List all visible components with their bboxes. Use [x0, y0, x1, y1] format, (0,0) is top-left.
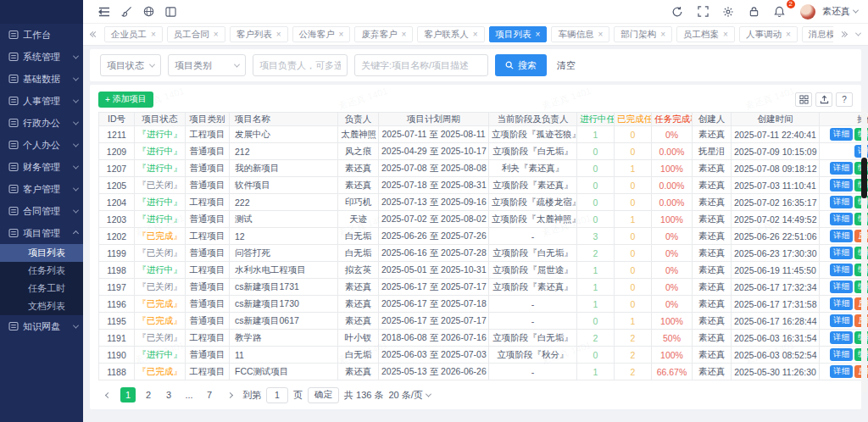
tab-废弃客户[interactable]: 废弃客户×: [354, 26, 413, 42]
tab-close-icon[interactable]: ×: [786, 30, 791, 39]
detail-button[interactable]: 详细: [830, 179, 853, 191]
tab-close-icon[interactable]: ×: [151, 30, 156, 39]
chevron-down-icon: [149, 61, 155, 67]
next-page-button[interactable]: [222, 387, 237, 403]
tabs-menu-icon[interactable]: [854, 32, 863, 36]
tab-员工档案[interactable]: 员工档案×: [676, 26, 735, 42]
table-row: 1197『已关闭』普通项目cs新建项目1731素还真2025-06-17 至 2…: [99, 279, 868, 296]
detail-button[interactable]: 详细: [830, 213, 853, 225]
tab-企业员工[interactable]: 企业员工×: [104, 26, 163, 42]
globe-icon[interactable]: [137, 3, 159, 20]
page-size-select[interactable]: 20 条/页: [388, 389, 430, 402]
tab-部门架构[interactable]: 部门架构×: [614, 26, 672, 42]
lock-icon[interactable]: [743, 3, 765, 20]
cell-ongoing-tasks: 2: [577, 330, 615, 347]
sidebar-item-project[interactable]: 项目管理: [0, 222, 83, 244]
chevron-down-icon: [853, 8, 859, 14]
status-badge: 『进行中』: [137, 197, 182, 207]
refresh-icon[interactable]: [666, 3, 688, 20]
detail-button[interactable]: 详细: [830, 314, 853, 326]
detail-button[interactable]: 详细: [830, 331, 853, 343]
tab-close-icon[interactable]: ×: [339, 30, 344, 39]
detail-button[interactable]: 详细: [830, 280, 853, 292]
tabs-scroll-right-icon[interactable]: [837, 32, 849, 36]
status-badge: 『已完成』: [137, 230, 182, 241]
tab-close-icon[interactable]: ×: [214, 30, 219, 39]
sidebar-item-contract[interactable]: 合同管理: [0, 200, 83, 222]
sidebar-item-admin[interactable]: 行政办公: [0, 112, 83, 134]
sidebar-item-basedata[interactable]: 基础数据: [0, 68, 83, 90]
detail-button[interactable]: 详细: [830, 196, 853, 208]
sidebar-item-hr[interactable]: 人事管理: [0, 90, 83, 112]
notifications-bell-icon[interactable]: 2: [768, 3, 790, 20]
detail-button[interactable]: 详细: [830, 128, 853, 140]
search-button[interactable]: 搜索: [495, 54, 547, 76]
detail-button[interactable]: 详细: [830, 297, 853, 309]
scrollbar-track[interactable]: [861, 108, 867, 393]
page-button[interactable]: 7: [202, 387, 217, 403]
keyword-input[interactable]: [354, 54, 488, 76]
sidebar-item-finance[interactable]: 财务管理: [0, 156, 83, 178]
help-button[interactable]: ?: [836, 92, 853, 107]
tab-close-icon[interactable]: ×: [536, 30, 541, 39]
clear-button[interactable]: 清空: [557, 59, 576, 72]
sidebar-item-system[interactable]: 系统管理: [0, 46, 83, 68]
collapse-menu-icon[interactable]: [93, 3, 115, 20]
page-button[interactable]: 3: [161, 387, 176, 403]
tabs-scroll-left-icon[interactable]: [88, 32, 100, 36]
detail-button[interactable]: 详细: [830, 162, 853, 174]
brush-icon[interactable]: [115, 3, 137, 20]
cell-creator: 抚星泪: [693, 143, 732, 160]
column-settings-button[interactable]: [795, 92, 812, 107]
detail-button[interactable]: 详细: [830, 365, 853, 377]
layout-icon[interactable]: [159, 3, 181, 20]
column-header: 当前阶段及负责人: [489, 113, 577, 126]
tab-close-icon[interactable]: ×: [473, 30, 478, 39]
project-owner-input[interactable]: [253, 54, 348, 76]
goto-page-input[interactable]: [266, 387, 288, 403]
tab-close-icon[interactable]: ×: [660, 30, 665, 39]
tab-close-icon[interactable]: ×: [401, 30, 406, 39]
user-avatar[interactable]: [800, 4, 815, 19]
goto-confirm-button[interactable]: 确定: [308, 387, 339, 403]
tab-close-icon[interactable]: ×: [598, 30, 603, 39]
detail-button[interactable]: 详细: [830, 230, 853, 242]
sidebar-item-customer[interactable]: 客户管理: [0, 178, 83, 200]
tab-消息模板[interactable]: 消息模板×: [802, 26, 833, 42]
cell-created-time: 2025-06-19 11:45:50: [732, 262, 820, 279]
basedata-icon: [8, 74, 19, 84]
detail-button[interactable]: 详细: [830, 264, 853, 275]
tab-车辆信息[interactable]: 车辆信息×: [551, 26, 609, 42]
project-status-select[interactable]: 项目状态: [100, 54, 161, 76]
tab-close-icon[interactable]: ×: [723, 30, 728, 39]
sidebar-item-workbench[interactable]: 工作台: [0, 24, 83, 46]
page-button[interactable]: 1: [120, 387, 136, 403]
tab-客户列表[interactable]: 客户列表×: [230, 26, 288, 42]
sidebar-item-personal[interactable]: 个人办公: [0, 134, 83, 156]
tab-close-icon[interactable]: ×: [276, 30, 281, 39]
fullscreen-icon[interactable]: [692, 3, 714, 20]
cell-creator: 素还真: [693, 296, 732, 313]
sidebar-item-knowledge[interactable]: 知识网盘: [0, 315, 83, 337]
detail-button[interactable]: 详细: [830, 247, 853, 258]
cell-stage: 立项阶段『疏楼龙宿』: [489, 194, 577, 211]
settings-gear-icon[interactable]: [717, 3, 739, 20]
detail-button[interactable]: 详细: [830, 348, 853, 360]
sidebar-subitem-project-list[interactable]: 项目列表: [0, 244, 83, 262]
user-menu[interactable]: 素还真: [822, 5, 858, 18]
tab-公海客户[interactable]: 公海客户×: [292, 26, 351, 42]
tab-项目列表[interactable]: 项目列表×: [489, 26, 548, 42]
project-category-select[interactable]: 项目类别: [168, 54, 246, 76]
sidebar-subitem-doc-list[interactable]: 文档列表: [0, 297, 83, 315]
tab-客户联系人[interactable]: 客户联系人×: [417, 26, 484, 42]
sidebar-subitem-task-hours[interactable]: 任务工时: [0, 280, 83, 297]
tab-人事调动[interactable]: 人事调动×: [739, 26, 798, 42]
sidebar-subitem-task-list[interactable]: 任务列表: [0, 262, 83, 280]
add-project-button[interactable]: + 添加项目: [98, 92, 153, 108]
scrollbar-thumb[interactable]: [861, 158, 867, 198]
prev-page-button[interactable]: [100, 387, 115, 403]
export-button[interactable]: [815, 92, 832, 107]
tab-员工合同[interactable]: 员工合同×: [167, 26, 225, 42]
cell-creator: 素还真: [693, 279, 732, 296]
page-button[interactable]: 2: [141, 387, 156, 403]
